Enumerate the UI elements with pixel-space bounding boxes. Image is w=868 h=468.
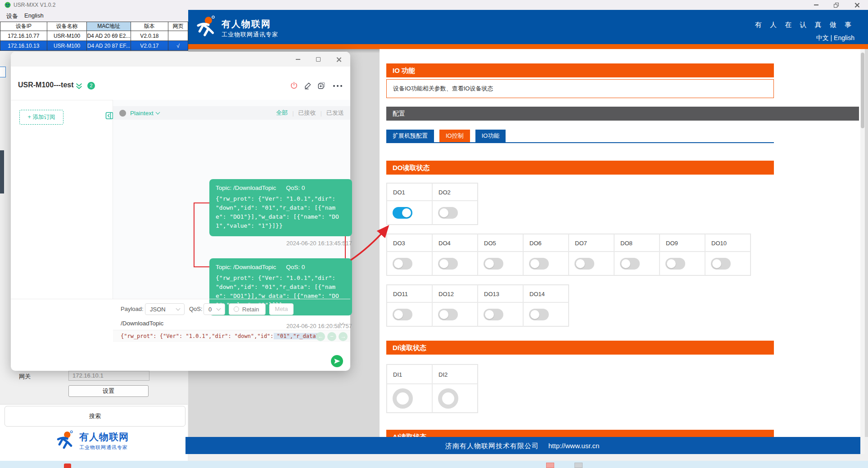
do-label-DO5: DO5 — [478, 234, 523, 252]
payload-format-select[interactable]: Plaintext — [130, 110, 154, 117]
retain-option[interactable]: Retain — [229, 303, 266, 315]
toggle-DO12[interactable] — [438, 309, 458, 320]
more-ellipsis-icon[interactable] — [333, 82, 344, 89]
toggle-DO6[interactable] — [529, 258, 549, 270]
tab-IO控制[interactable]: IO控制 — [439, 130, 470, 142]
toggle-DO11[interactable] — [393, 309, 412, 320]
toggle-DO8[interactable] — [620, 258, 640, 270]
mqtt-maximize-icon[interactable] — [315, 56, 322, 63]
do-toggle-cell — [523, 302, 569, 326]
device-table-cell: USR-M100 — [47, 41, 87, 51]
do-toggle-cell — [705, 252, 750, 275]
payload-type-select[interactable]: JSON — [145, 303, 185, 315]
menu-english[interactable]: English — [24, 12, 44, 19]
tab-扩展机预配置[interactable]: 扩展机预配置 — [386, 130, 434, 142]
qos-select[interactable]: 0 — [203, 303, 225, 315]
settings-button[interactable]: 设置 — [68, 385, 149, 397]
language-switch[interactable]: 中文 | English — [816, 34, 854, 42]
edit-pencil-icon[interactable] — [304, 81, 312, 90]
search-button[interactable]: 搜索 — [5, 406, 185, 427]
device-table-cell: D4 AD 20 69 E2... — [87, 31, 131, 41]
do-toggle-cell — [478, 252, 523, 275]
double-chevron-down-icon[interactable] — [75, 82, 83, 90]
footer-url[interactable]: http://www.usr.cn — [548, 442, 599, 450]
gateway-input[interactable]: 172.16.10.1 — [68, 371, 149, 381]
message-topic-text: Topic: /DownloadTopic — [216, 184, 276, 191]
toggle-knob — [439, 310, 448, 319]
divider — [11, 299, 350, 299]
app-restore-icon[interactable] — [833, 2, 839, 8]
forward-arrow-button[interactable]: → — [339, 332, 348, 341]
toggle-knob — [485, 259, 494, 268]
toggle-DO13[interactable] — [484, 309, 503, 320]
usr-logo: 有人物联网 工业物联网通讯专家 — [55, 430, 129, 451]
device-col-header[interactable]: MAC地址 — [87, 22, 131, 31]
device-table-row[interactable]: 172.16.10.13USR-M100D4 AD 20 87 EF...V2.… — [0, 41, 188, 51]
toggle-DO2[interactable] — [438, 207, 458, 219]
do-toggle-groups: DO1DO2DO3DO4DO5DO6DO7DO8DO9DO10DO11DO12D… — [386, 183, 751, 335]
filter-已接收[interactable]: 已接收 — [298, 109, 316, 117]
mqtt-client-window: USR-M100---test 2 + 添加订阅 Plaintext 全部|已接… — [11, 52, 350, 371]
taskbar-icon-red[interactable] — [64, 464, 71, 468]
payload-label: Payload: — [121, 306, 144, 312]
collapse-panel-icon[interactable] — [105, 112, 113, 120]
mqtt-minimize-icon[interactable] — [294, 56, 302, 63]
device-table-cell: 172.16.10.13 — [0, 41, 47, 51]
do-label-DO6: DO6 — [523, 234, 569, 252]
orange-divider-strip — [188, 44, 868, 49]
toggle-knob — [576, 259, 585, 268]
toggle-DO5[interactable] — [484, 258, 503, 270]
mqtt-close-icon[interactable] — [335, 56, 342, 63]
do-toggle-row — [387, 201, 478, 225]
tab-IO功能[interactable]: IO功能 — [475, 130, 506, 142]
toggle-DO1[interactable] — [393, 207, 412, 219]
device-col-header[interactable]: 网页 — [168, 22, 188, 31]
taskbar-icon-1[interactable] — [546, 463, 554, 468]
device-table-cell: 172.16.10.77 — [0, 31, 47, 41]
do-label-DO1: DO1 — [387, 183, 432, 201]
device-col-header[interactable]: 版本 — [131, 22, 168, 31]
web-logo-subtitle: 工业物联网通讯专家 — [222, 31, 278, 39]
meta-button[interactable]: Meta — [269, 303, 294, 315]
filter-已发送[interactable]: 已发送 — [326, 109, 344, 117]
menu-device[interactable]: 设备 — [6, 12, 18, 20]
toggle-DO7[interactable] — [574, 258, 594, 270]
gateway-label: 网关 — [19, 373, 31, 381]
web-logo-title: 有人物联网 — [222, 18, 271, 30]
connection-title: USR-M100---test — [18, 81, 74, 89]
toggle-DO4[interactable] — [438, 258, 458, 270]
retain-radio[interactable] — [234, 306, 239, 312]
toggle-DO10[interactable] — [711, 258, 731, 270]
device-col-header[interactable]: 设备名称 — [47, 22, 87, 31]
device-table-row[interactable]: 172.16.10.77USR-M100D4 AD 20 69 E2...V2.… — [0, 31, 188, 41]
remove-button[interactable]: − — [327, 332, 336, 341]
di-label-DI1: DI1 — [387, 364, 432, 384]
toggle-knob — [394, 310, 403, 319]
send-button[interactable] — [331, 355, 343, 367]
connection-status-icon — [119, 110, 126, 117]
topic-input[interactable]: /DownloadTopic — [121, 318, 343, 329]
app-minimize-icon[interactable] — [813, 2, 819, 8]
app-close-icon[interactable] — [854, 2, 860, 8]
toggle-DO9[interactable] — [665, 258, 685, 270]
add-subscription-button[interactable]: + 添加订阅 — [19, 110, 63, 125]
subscription-count-badge: 2 — [87, 82, 95, 90]
device-col-header[interactable]: 设备IP — [0, 22, 47, 31]
duplicate-plus-icon[interactable] — [317, 81, 326, 90]
power-icon[interactable] — [290, 81, 298, 90]
do-label-DO4: DO4 — [432, 234, 478, 252]
taskbar-icon-2[interactable] — [574, 463, 583, 468]
do-toggle-cell — [387, 201, 432, 225]
do-header-row: DO3DO4DO5DO6DO7DO8DO9DO10 — [387, 234, 750, 252]
do-header-row: DO1DO2 — [387, 183, 478, 201]
toggle-DO14[interactable] — [529, 309, 549, 320]
filter-全部[interactable]: 全部 — [276, 109, 288, 117]
back-arrow-button[interactable]: ← — [316, 332, 325, 341]
message-bubble[interactable]: Topic: /DownloadTopicQoS: 0{"rw_prot": {… — [209, 179, 352, 236]
toggle-DO3[interactable] — [393, 258, 412, 270]
do-toggle-cell — [432, 302, 478, 326]
di-indicator-DI1 — [393, 388, 413, 409]
payload-editor[interactable]: {"rw_prot": {"Ver": "1.0.1","dir": "down… — [113, 330, 350, 342]
chevron-down-icon — [339, 321, 344, 325]
page-scrollbar-thumb[interactable] — [861, 53, 864, 128]
